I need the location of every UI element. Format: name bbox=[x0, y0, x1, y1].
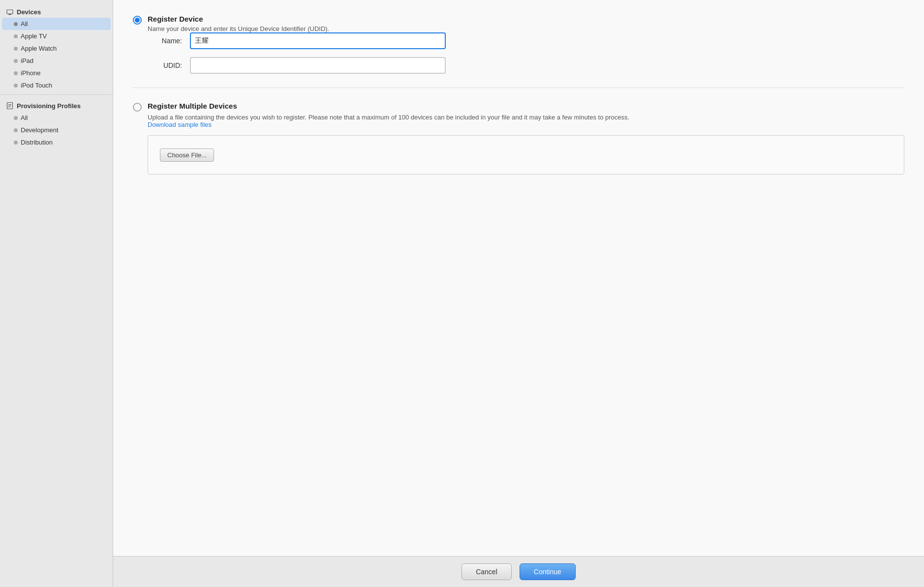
sidebar-provisioning-label: Provisioning Profiles bbox=[17, 102, 81, 110]
footer: Cancel Continue bbox=[113, 556, 924, 587]
name-row: Name: bbox=[148, 32, 904, 49]
register-device-form: Name: UDID: bbox=[148, 32, 904, 74]
main-panel: Register Device Name your device and ent… bbox=[113, 0, 924, 587]
iphone-dot bbox=[14, 71, 18, 75]
sidebar-item-iphone-label: iPhone bbox=[21, 69, 40, 77]
name-label: Name: bbox=[148, 37, 182, 45]
sidebar-devices-label: Devices bbox=[17, 8, 41, 16]
register-multiple-header: Register Multiple Devices bbox=[133, 102, 904, 112]
development-dot bbox=[14, 128, 18, 132]
all-devices-dot bbox=[14, 22, 18, 26]
register-device-section: Register Device Name your device and ent… bbox=[133, 15, 904, 74]
sidebar-item-all-devices-label: All bbox=[21, 20, 28, 28]
sidebar-item-apple-tv-label: Apple TV bbox=[21, 32, 47, 40]
sidebar-item-development-label: Development bbox=[21, 126, 59, 134]
register-multiple-description: Upload a file containing the devices you… bbox=[148, 114, 904, 128]
register-multiple-title: Register Multiple Devices bbox=[148, 102, 237, 110]
udid-label: UDID: bbox=[148, 61, 182, 69]
sidebar-item-iphone[interactable]: iPhone bbox=[0, 67, 113, 79]
sidebar-item-distribution[interactable]: Distribution bbox=[0, 136, 113, 148]
all-provisioning-dot bbox=[14, 116, 18, 120]
download-sample-files-link[interactable]: Download sample files bbox=[148, 121, 212, 128]
distribution-dot bbox=[14, 141, 18, 145]
svg-rect-0 bbox=[7, 10, 13, 14]
register-device-radio[interactable] bbox=[133, 16, 142, 25]
apple-tv-dot bbox=[14, 34, 18, 38]
udid-row: UDID: bbox=[148, 57, 904, 74]
register-multiple-desc-text: Upload a file containing the devices you… bbox=[148, 114, 629, 121]
sidebar-item-all-provisioning[interactable]: All bbox=[0, 112, 113, 124]
apple-watch-dot bbox=[14, 47, 18, 51]
register-multiple-radio[interactable] bbox=[133, 103, 142, 112]
register-device-description: Name your device and enter its Unique De… bbox=[148, 25, 329, 32]
register-device-header: Register Device Name your device and ent… bbox=[133, 15, 904, 32]
ipad-dot bbox=[14, 59, 18, 63]
continue-button[interactable]: Continue bbox=[520, 563, 576, 580]
sidebar-item-apple-watch-label: Apple Watch bbox=[21, 45, 57, 52]
provisioning-icon bbox=[6, 102, 14, 110]
sidebar-devices-header: Devices bbox=[0, 4, 113, 18]
register-multiple-section: Register Multiple Devices Upload a file … bbox=[133, 102, 904, 175]
register-multiple-text: Register Multiple Devices bbox=[148, 102, 237, 110]
devices-icon bbox=[6, 8, 14, 16]
sidebar-item-apple-tv[interactable]: Apple TV bbox=[0, 30, 113, 42]
sidebar-item-ipod-touch-label: iPod Touch bbox=[21, 82, 52, 89]
sidebar-divider bbox=[0, 94, 113, 95]
sidebar-item-ipad[interactable]: iPad bbox=[0, 55, 113, 67]
sidebar-item-ipod-touch[interactable]: iPod Touch bbox=[0, 79, 113, 91]
choose-file-button[interactable]: Choose File... bbox=[160, 148, 214, 162]
sidebar-item-apple-watch[interactable]: Apple Watch bbox=[0, 42, 113, 55]
content-area: Register Device Name your device and ent… bbox=[113, 0, 924, 556]
name-input[interactable] bbox=[190, 32, 446, 49]
sidebar-item-all-devices[interactable]: All bbox=[2, 18, 111, 30]
sidebar-item-all-provisioning-label: All bbox=[21, 114, 28, 121]
cancel-button[interactable]: Cancel bbox=[462, 563, 512, 580]
sidebar: Devices All Apple TV Apple Watch iPad iP… bbox=[0, 0, 113, 587]
sidebar-item-development[interactable]: Development bbox=[0, 124, 113, 136]
section-separator bbox=[133, 88, 904, 88]
sidebar-provisioning-header: Provisioning Profiles bbox=[0, 98, 113, 112]
sidebar-item-distribution-label: Distribution bbox=[21, 139, 53, 146]
ipod-touch-dot bbox=[14, 84, 18, 88]
register-device-title: Register Device bbox=[148, 15, 329, 23]
register-device-text: Register Device Name your device and ent… bbox=[148, 15, 329, 32]
sidebar-item-ipad-label: iPad bbox=[21, 57, 33, 64]
file-upload-box: Choose File... bbox=[148, 135, 904, 175]
udid-input[interactable] bbox=[190, 57, 446, 74]
